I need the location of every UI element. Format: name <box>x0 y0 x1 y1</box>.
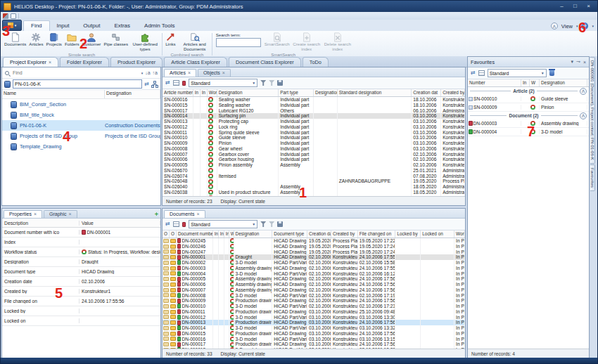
collapse-ribbon-button[interactable]: ᐱ <box>551 22 558 30</box>
find-projects-button[interactable]: Projects <box>45 32 63 48</box>
article-row[interactable]: SN-000015Sealing washerIndividual part18… <box>163 103 465 108</box>
article-row[interactable]: SN-026048ZAHNRADBAUGRUPPE19.05.2020Proce… <box>163 178 465 184</box>
articles-column-header-part-type[interactable]: Part type <box>279 89 314 96</box>
tree-row[interactable]: BIM_Constr_Section <box>2 99 160 110</box>
properties-column-header-description[interactable]: Description <box>2 221 79 226</box>
tab-documents[interactable]: Documents× <box>164 210 205 218</box>
tree-row[interactable]: Projects of the ISD GroupProjects of the… <box>2 131 160 141</box>
document-row[interactable]: DN-000015Production drawingHiCAD Drawing… <box>163 331 465 337</box>
close-button[interactable]: × <box>583 3 594 11</box>
documents-column-header-in[interactable]: In <box>224 230 229 238</box>
property-row[interactable]: Created byKonstrukteur1 <box>2 287 160 297</box>
result-list-icon[interactable] <box>173 221 179 227</box>
articles-column-header-in[interactable]: In <box>193 89 201 96</box>
explorer-tab-product-explorer[interactable]: Product Explorer <box>110 57 163 67</box>
document-row[interactable]: DN-0000083-D modelHiCAD Part/Variant02.1… <box>163 293 465 299</box>
create-search-index-button[interactable]: Create search index <box>291 32 322 52</box>
articles-column-header-created-by[interactable]: Created by <box>441 89 465 96</box>
chevron-down-icon[interactable]: ▾ <box>571 59 574 65</box>
document-row[interactable]: DN-0000163-D modelHiCAD Part/Variant03.1… <box>163 337 465 342</box>
favourites-column-header-w[interactable]: W <box>530 79 540 86</box>
view-menu[interactable]: View <box>561 23 573 30</box>
swap-icon[interactable]: ⇄ <box>144 82 149 87</box>
chevron-down-icon[interactable]: ▾ <box>141 71 144 75</box>
property-row[interactable]: DesignationDraught <box>2 257 160 267</box>
document-row[interactable]: DN-0000143-D modelHiCAD Part/Variant03.1… <box>163 325 465 331</box>
document-row[interactable]: DN-0000123-D modelHiCAD Part/Variant03.1… <box>163 315 465 320</box>
document-row[interactable]: DN-000009Production drawingHiCAD Drawing… <box>163 298 465 304</box>
tab-graphic[interactable]: Graphic× <box>44 210 77 218</box>
add-icon[interactable]: + <box>155 212 158 218</box>
favourites-column-header-designation[interactable]: Designation <box>540 79 587 86</box>
property-row[interactable]: Locked by <box>2 306 160 316</box>
article-row[interactable]: SN-000010Guide sleeveIndividual part03.1… <box>163 135 465 141</box>
tree-row[interactable]: BIM_title_block <box>2 110 160 120</box>
filter-icon[interactable] <box>260 80 266 86</box>
sort-descending-icon[interactable]: ↓a <box>145 70 150 75</box>
tree-column-header-name[interactable]: Name <box>2 90 105 98</box>
article-row[interactable]: SN-000007Gearbox coverIndividual part02.… <box>163 152 465 157</box>
find-pipe-classes-button[interactable]: Pipe classes <box>102 32 129 48</box>
result-list-icon[interactable] <box>478 70 485 76</box>
filter-icon[interactable] <box>260 221 266 227</box>
refresh-icon[interactable]: ⇄ <box>165 80 170 86</box>
explorer-tab-document-class-explorer[interactable]: Document Class Explorer <box>229 57 301 67</box>
documents-column-header-file-changed-on[interactable]: File changed on <box>358 230 396 238</box>
article-row[interactable]: SN-000013Protecting capIndividual part03… <box>163 119 465 124</box>
property-row[interactable]: Index <box>2 238 160 247</box>
article-row[interactable]: SN-000017Lubricant RG120Others06.10.2006… <box>163 108 465 114</box>
ribbon-tab-output[interactable]: Output <box>76 21 107 31</box>
article-row[interactable]: SN-02667025.01.2021Administrat <box>163 168 465 174</box>
articles-column-header-creation-dat[interactable]: Creation dat <box>412 89 441 96</box>
tab-properties[interactable]: Properties× <box>4 210 42 218</box>
favourite-row[interactable]: SN-000009Pinion <box>468 103 589 112</box>
property-row[interactable]: Workflow statusStatus: In Progress, Work… <box>2 247 160 257</box>
side-tab-favourites[interactable]: Favourites <box>590 164 595 191</box>
find-articles-button[interactable]: Articles <box>27 32 44 48</box>
documents-column-header-creation-dat[interactable]: Creation dat <box>307 230 331 238</box>
favourites-column-header-number[interactable]: Number <box>468 79 521 86</box>
documents-column-header-created-by[interactable]: Created by <box>331 230 358 238</box>
article-row[interactable]: SN-000011Spring guide sleeveIndividual p… <box>163 130 465 136</box>
minimize-button[interactable]: – <box>556 3 568 11</box>
documents-column-header-locked-on[interactable]: Locked on <box>421 230 454 238</box>
articles-column-header-workfl[interactable]: Workfl <box>208 89 217 96</box>
close-icon[interactable]: × <box>196 212 199 216</box>
documents-column-header-o[interactable]: O <box>170 230 177 238</box>
maximize-button[interactable]: □ <box>569 3 581 11</box>
find-user-defined-types-button[interactable]: User-defined types <box>129 32 160 52</box>
property-row[interactable]: Creation date02.10.2006 <box>2 277 160 287</box>
article-row[interactable]: SN-000008Gear wheelIndividual part03.10.… <box>163 146 465 152</box>
close-icon[interactable]: × <box>69 212 72 216</box>
document-row[interactable]: DN-0000023-D modelHiCAD Part/Variant02.1… <box>163 260 465 266</box>
favourite-row[interactable]: SN-000010Guide sleeve <box>468 95 589 103</box>
documents-column-header-workfl[interactable]: Workfl <box>454 230 465 238</box>
document-row[interactable]: DN-000001DraughtHiCAD Drawing02.10.2006K… <box>163 254 465 260</box>
result-list-combobox[interactable]: Standard▼ <box>488 69 547 77</box>
document-row[interactable]: DN-000245HiCAD Drawing19.05.2020Process … <box>163 238 465 244</box>
favourites-column-header-in[interactable]: In <box>521 79 530 86</box>
explorer-tab-article-class-explorer[interactable]: Article Class Explorer <box>164 57 227 67</box>
list-config-icon[interactable] <box>182 222 186 227</box>
window-icon[interactable] <box>11 13 16 19</box>
document-row[interactable]: DN-0000183-D modelHiCAD Part/Variant03.1… <box>163 347 465 349</box>
article-row[interactable]: SN-000016Sealing washerIndividual part18… <box>163 97 465 103</box>
list-config-icon[interactable] <box>182 81 186 86</box>
pin-icon[interactable]: ⊸ <box>576 59 580 65</box>
documents-column-header-document-type[interactable]: Document type <box>272 230 307 238</box>
explorer-tab-folder-explorer[interactable]: Folder Explorer <box>60 57 109 67</box>
tree-find-input[interactable] <box>11 70 139 76</box>
explorer-tab-todo[interactable]: ToDo <box>303 57 329 67</box>
structure-icon[interactable] <box>151 81 158 88</box>
result-list-combobox[interactable]: Standard▼ <box>189 220 257 228</box>
documents-column-header-locked-by[interactable]: Locked by <box>395 230 421 238</box>
document-row[interactable]: DN-000007Assembly drawingHiCAD Drawing02… <box>163 287 465 293</box>
ribbon-tab-extras[interactable]: Extras <box>107 21 137 31</box>
documents-column-header-o[interactable]: O <box>163 230 170 238</box>
favourites-group-header[interactable]: Article (2)ᐱ <box>468 87 589 95</box>
property-row[interactable]: File changed on24.10.2006 17:55:56 <box>2 297 160 306</box>
export-icon[interactable] <box>277 80 283 86</box>
collapse-group-button[interactable]: ᐱ <box>580 112 587 119</box>
documents-column-header-in[interactable]: In <box>213 230 219 238</box>
search-term-input[interactable] <box>216 38 261 47</box>
